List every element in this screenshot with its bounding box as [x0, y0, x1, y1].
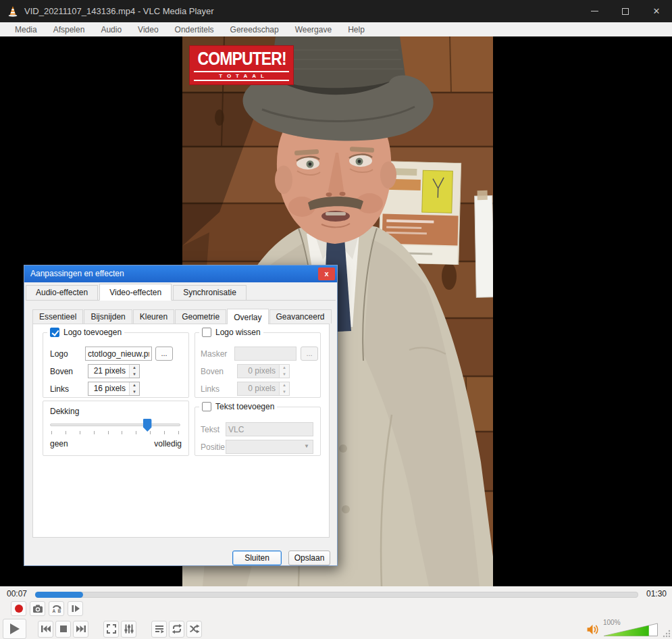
ab-loop-icon: A B: [51, 603, 62, 614]
shuffle-icon: [189, 623, 200, 634]
logo-top-label: Boven: [50, 367, 73, 376]
extended-settings-button[interactable]: [121, 621, 136, 638]
subtab-kleuren[interactable]: Kleuren: [133, 309, 174, 324]
total-time: 01:30: [646, 589, 667, 598]
erase-left-label: Links: [201, 384, 219, 394]
mask-input[interactable]: [234, 347, 296, 361]
erase-top-spinner[interactable]: 0 pixels ▲▼: [237, 364, 290, 378]
next-icon: [76, 624, 86, 634]
text-add-group: Tekst toevoegen Tekst Positie: [195, 407, 321, 456]
effects-dialog: Aanpassingen en effecten x Audio-effecte…: [24, 265, 338, 566]
dialog-tabs: Audio-effecten Video-effecten Synchronis…: [26, 285, 336, 301]
spinner-arrows-icon[interactable]: ▲▼: [129, 382, 139, 395]
text-input[interactable]: [226, 422, 313, 436]
primary-controls: [3, 619, 202, 639]
mask-label: Masker: [201, 349, 227, 359]
stop-button[interactable]: [55, 621, 71, 638]
fullscreen-button[interactable]: [103, 621, 119, 638]
position-dropdown[interactable]: [226, 440, 313, 454]
position-label: Positie: [201, 442, 225, 452]
logo-erase-group: Logo wissen Masker ... Boven 0 pixels ▲▼…: [195, 332, 321, 398]
text-add-checkbox[interactable]: [202, 402, 211, 411]
logo-erase-checkbox[interactable]: [202, 328, 211, 337]
menubar: Media Afspelen Audio Video Ondertitels G…: [0, 22, 672, 36]
logo-left-spinner[interactable]: 16 pixels ▲▼: [88, 382, 140, 396]
mask-browse-button[interactable]: ...: [301, 347, 318, 361]
vlc-cone-icon: [7, 5, 19, 18]
maximize-button[interactable]: [610, 0, 641, 22]
menu-ondertitels[interactable]: Ondertitels: [167, 24, 222, 36]
secondary-controls: A B: [11, 601, 83, 616]
menu-afspelen[interactable]: Afspelen: [45, 24, 93, 36]
window-controls: ✕: [579, 0, 672, 22]
play-button[interactable]: [3, 619, 26, 639]
elapsed-time: 00:07: [7, 589, 27, 598]
spinner-arrows-icon[interactable]: ▲▼: [279, 382, 289, 395]
next-button[interactable]: [73, 621, 88, 638]
tab-synchronisatie[interactable]: Synchronisatie: [173, 285, 247, 300]
logo-file-input[interactable]: [85, 347, 152, 361]
menu-gereedschap[interactable]: Gereedschap: [222, 24, 287, 36]
overlay-logo-title: COMPUTER!: [197, 47, 285, 70]
close-button[interactable]: ✕: [641, 0, 672, 22]
logo-add-title: Logo toevoegen: [63, 328, 122, 337]
opacity-min-label: geen: [50, 439, 68, 449]
resize-grip[interactable]: [663, 630, 671, 638]
control-bar: 00:07 01:30 A B: [0, 586, 672, 639]
shuffle-button[interactable]: [186, 621, 202, 638]
menu-media[interactable]: Media: [7, 24, 45, 36]
logo-add-checkbox[interactable]: [50, 328, 59, 337]
frame-step-button[interactable]: [68, 601, 83, 616]
camera-icon: [32, 603, 43, 614]
minimize-button[interactable]: [579, 0, 610, 22]
svg-text:B: B: [57, 609, 61, 613]
record-icon: [14, 604, 24, 613]
spinner-arrows-icon[interactable]: ▲▼: [129, 365, 139, 378]
overlay-logo-subtitle: TOTAAL: [194, 71, 289, 81]
seek-bar[interactable]: [35, 592, 638, 598]
speaker-icon[interactable]: [587, 623, 599, 636]
logo-add-group: Logo toevoegen Logo ... Boven 21 pixels …: [43, 332, 189, 398]
tab-video-effecten[interactable]: Video-effecten: [99, 284, 172, 301]
subtab-geometrie[interactable]: Geometrie: [175, 309, 226, 324]
snapshot-button[interactable]: [30, 601, 45, 616]
stop-icon: [59, 625, 68, 633]
opacity-slider[interactable]: [50, 424, 180, 426]
dialog-close-button[interactable]: x: [318, 267, 335, 280]
subtab-essentieel[interactable]: Essentieel: [32, 309, 83, 324]
erase-left-spinner[interactable]: 0 pixels ▲▼: [237, 382, 290, 396]
logo-left-label: Links: [50, 384, 69, 394]
volume-slider[interactable]: [603, 622, 658, 637]
subtab-bijsnijden[interactable]: Bijsnijden: [84, 309, 132, 324]
opacity-slider-handle[interactable]: [143, 419, 152, 432]
text-label: Tekst: [201, 425, 219, 434]
spinner-arrows-icon[interactable]: ▲▼: [279, 365, 289, 378]
menu-video[interactable]: Video: [130, 24, 166, 36]
loop-icon: [172, 623, 182, 634]
loop-button[interactable]: [169, 621, 184, 638]
window-title: VID_20211107_143136.mp4 - VLC Media Play…: [24, 6, 214, 16]
subtab-geavanceerd[interactable]: Geavanceerd: [269, 309, 332, 324]
tab-audio-effecten[interactable]: Audio-effecten: [26, 285, 98, 300]
dialog-titlebar[interactable]: Aanpassingen en effecten: [24, 265, 337, 282]
erase-top-label: Boven: [201, 367, 224, 376]
menu-help[interactable]: Help: [340, 24, 373, 36]
sluiten-button[interactable]: Sluiten: [232, 551, 282, 565]
record-button[interactable]: [11, 601, 26, 616]
overlay-pane: Logo toevoegen Logo ... Boven 21 pixels …: [32, 324, 330, 538]
frame-step-icon: [70, 603, 81, 614]
fullscreen-icon: [106, 623, 117, 634]
logo-top-spinner[interactable]: 21 pixels ▲▼: [88, 364, 140, 378]
video-effect-subtabs: Essentieel Bijsnijden Kleuren Geometrie …: [32, 309, 329, 324]
equalizer-icon: [124, 623, 134, 634]
menu-weergave[interactable]: Weergave: [287, 24, 340, 36]
logo-browse-button[interactable]: ...: [155, 347, 173, 361]
ab-loop-button[interactable]: A B: [49, 601, 64, 616]
logo-erase-title: Logo wissen: [215, 328, 261, 337]
menu-audio[interactable]: Audio: [93, 24, 130, 36]
playlist-button[interactable]: [151, 621, 167, 638]
opslaan-button[interactable]: Opslaan: [288, 551, 330, 565]
subtab-overlay[interactable]: Overlay: [227, 309, 268, 324]
previous-button[interactable]: [38, 621, 53, 638]
svg-text:A: A: [52, 609, 55, 613]
